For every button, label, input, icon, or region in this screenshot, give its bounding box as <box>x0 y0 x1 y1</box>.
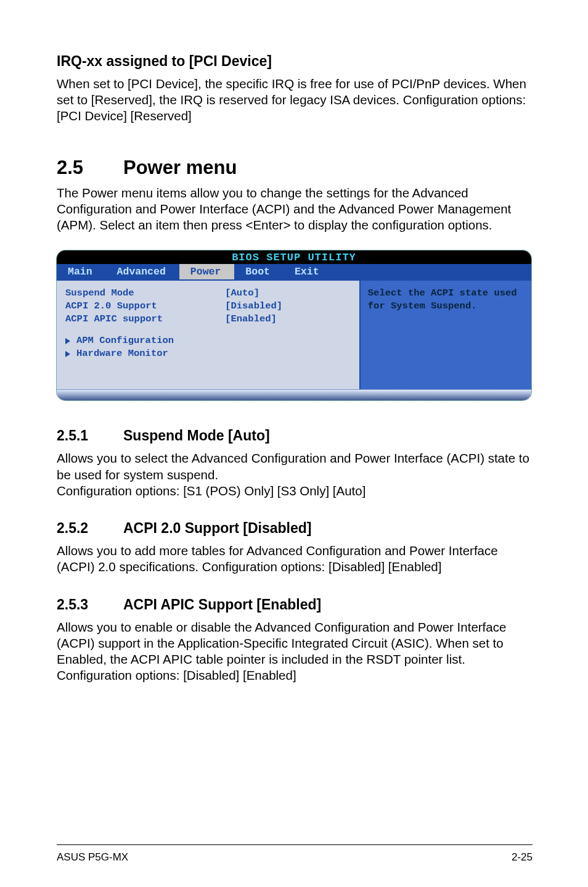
chapter-heading: 2.5Power menu <box>57 157 533 179</box>
bios-row-suspend: Suspend Mode [Auto] <box>65 287 351 300</box>
bios-body: Suspend Mode [Auto] ACPI 2.0 Support [Di… <box>57 279 531 389</box>
irq-heading: IRQ-xx assigned to [PCI Device] <box>57 53 533 70</box>
bios-screenshot: BIOS SETUP UTILITY Main Advanced Power B… <box>57 250 533 400</box>
bios-value: [Auto] <box>225 287 259 300</box>
bios-label: Suspend Mode <box>65 287 225 300</box>
bios-panel: BIOS SETUP UTILITY Main Advanced Power B… <box>57 250 531 400</box>
bios-title: BIOS SETUP UTILITY <box>57 250 531 264</box>
section-title: ACPI APIC Support [Enabled] <box>123 596 321 613</box>
bios-tab-bar: Main Advanced Power Boot Exit <box>57 264 531 279</box>
bios-help-text: Select the ACPI state used for System Su… <box>368 287 524 311</box>
bios-submenu-hwmonitor: Hardware Monitor <box>65 347 351 360</box>
section-title: Suspend Mode [Auto] <box>123 427 270 444</box>
bios-row-acpi20: ACPI 2.0 Support [Disabled] <box>65 300 351 313</box>
section-253-heading: 2.5.3ACPI APIC Support [Enabled] <box>57 596 533 613</box>
triangle-icon <box>65 351 70 357</box>
section-251-body: Allows you to select the Advanced Config… <box>57 450 533 499</box>
bios-tab-main: Main <box>57 264 106 279</box>
footer-left: ASUS P5G-MX <box>57 851 128 864</box>
bios-tab-boot: Boot <box>234 264 284 279</box>
bios-label: ACPI 2.0 Support <box>65 300 225 313</box>
section-title: ACPI 2.0 Support [Disabled] <box>123 520 311 536</box>
bios-submenu-label: Hardware Monitor <box>76 347 168 360</box>
bios-tab-power: Power <box>179 264 235 279</box>
bios-row-apic: ACPI APIC support [Enabled] <box>65 313 351 326</box>
bios-value: [Disabled] <box>225 300 282 313</box>
bios-submenu-apm: APM Configuration <box>65 334 351 347</box>
bios-help-pane: Select the ACPI state used for System Su… <box>361 281 531 389</box>
page: IRQ-xx assigned to [PCI Device] When set… <box>0 0 588 887</box>
chapter-title: Power menu <box>123 157 237 178</box>
section-252-heading: 2.5.2ACPI 2.0 Support [Disabled] <box>57 520 533 537</box>
section-253-body: Allows you to enable or disable the Adva… <box>57 619 533 684</box>
triangle-icon <box>65 338 70 344</box>
bios-settings-pane: Suspend Mode [Auto] ACPI 2.0 Support [Di… <box>57 281 361 389</box>
bios-tab-exit: Exit <box>284 264 333 279</box>
bios-bottom-gradient <box>57 389 531 400</box>
bios-submenu-label: APM Configuration <box>76 334 174 347</box>
chapter-number: 2.5 <box>57 157 123 179</box>
section-number: 2.5.1 <box>57 427 123 444</box>
section-251-heading: 2.5.1Suspend Mode [Auto] <box>57 427 533 444</box>
bios-tab-advanced: Advanced <box>106 264 179 279</box>
page-footer: ASUS P5G-MX 2-25 <box>57 844 533 864</box>
section-252-body: Allows you to add more tables for Advanc… <box>57 543 533 575</box>
section-number: 2.5.2 <box>57 520 123 537</box>
chapter-intro: The Power menu items allow you to change… <box>57 185 533 234</box>
bios-label: ACPI APIC support <box>65 313 225 326</box>
irq-body: When set to [PCI Device], the specific I… <box>57 76 533 125</box>
section-number: 2.5.3 <box>57 596 123 613</box>
bios-value: [Enabled] <box>225 313 277 326</box>
footer-right: 2-25 <box>512 851 533 864</box>
